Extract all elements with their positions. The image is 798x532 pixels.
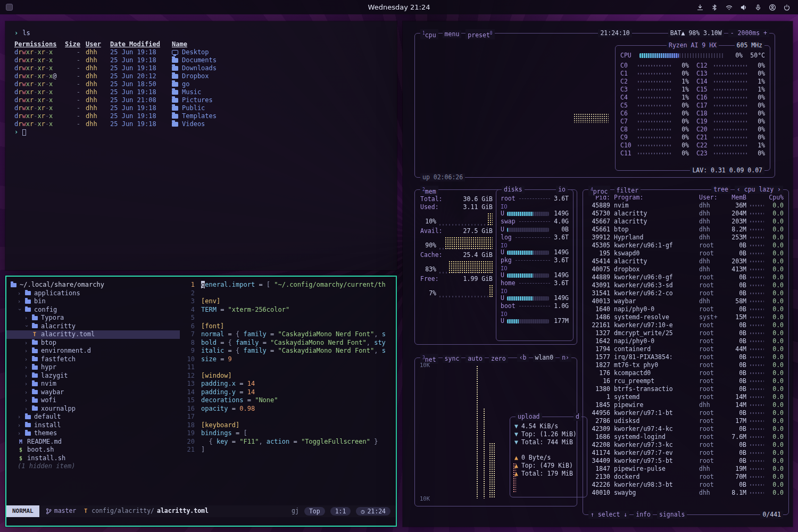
process-row[interactable]: 43091kworker/u96:3-sdroot0B0.0 bbox=[588, 281, 784, 289]
tree-item[interactable]: Talacritty.toml bbox=[6, 330, 180, 339]
preset-button[interactable]: preset0 bbox=[466, 29, 494, 39]
tree-item[interactable]: ›fastfetch bbox=[6, 355, 180, 364]
tree-item[interactable]: ›Typora bbox=[6, 314, 180, 322]
editor-line[interactable]: 18[keyboard] bbox=[180, 421, 396, 430]
tree-item[interactable]: ›wofi bbox=[6, 396, 180, 405]
editor-line[interactable]: 9italic = { family = "CaskaydiaMono Nerd… bbox=[180, 347, 396, 355]
tree-item[interactable]: ›waybar bbox=[6, 388, 180, 397]
tree-item[interactable]: ›config bbox=[6, 306, 180, 314]
tree-item[interactable]: ›btop bbox=[6, 339, 180, 347]
tree-item[interactable]: $install.sh bbox=[6, 454, 180, 463]
power-icon[interactable] bbox=[783, 4, 791, 11]
process-row[interactable]: 1794containerdroot44M0.0 bbox=[588, 345, 784, 353]
editor-line[interactable]: 7normal = { family = "CaskaydiaMono Nerd… bbox=[180, 330, 396, 339]
tree-item[interactable]: (1 hidden item) bbox=[6, 462, 180, 471]
tree-item[interactable]: ›xournalpp bbox=[6, 405, 180, 413]
process-row[interactable]: 40010swaybgdhh8.1M0.0 bbox=[588, 489, 784, 497]
interval-control[interactable]: - 2000ms + bbox=[728, 29, 769, 37]
editor-line[interactable]: 3[env] bbox=[180, 297, 396, 306]
process-row[interactable]: 44956kworker/u97:1-btroot0B0.0 bbox=[588, 409, 784, 417]
process-row[interactable]: 45730alacrittydhh204M0.0 bbox=[588, 210, 784, 218]
process-row[interactable]: 1486systemd-resolvesyst+15M0.0 bbox=[588, 313, 784, 321]
header-proc-user[interactable]: User: bbox=[699, 194, 721, 202]
process-row[interactable]: 1640napi/phy0-0root0B0.0 bbox=[588, 305, 784, 313]
io-toggle[interactable]: io bbox=[556, 186, 568, 194]
net-stats-toggle-key[interactable]: d bbox=[573, 413, 581, 421]
editor-line[interactable]: 19bindings = [ bbox=[180, 429, 396, 438]
neovim-window[interactable]: ~/.local/share/omarchy›applications›bin›… bbox=[5, 276, 397, 527]
process-row[interactable]: 45305kworker/u96:1-gfroot0B0.0 bbox=[588, 242, 784, 250]
menu-button[interactable]: menu bbox=[443, 30, 462, 38]
process-row[interactable]: 2130dockerdroot70M0.0 bbox=[588, 473, 784, 481]
process-row[interactable]: 41174kworker/u97:7-evroot0B0.0 bbox=[588, 449, 784, 457]
net-sync-toggle[interactable]: sync bbox=[443, 355, 462, 363]
editor-line[interactable]: 6[font] bbox=[180, 322, 396, 331]
net-auto-toggle[interactable]: auto bbox=[466, 355, 485, 363]
header-mem[interactable]: MemB bbox=[725, 194, 746, 202]
iface-prev-button[interactable]: ‹b bbox=[517, 354, 529, 362]
process-row[interactable]: 22161kworker/u97:10-eroot0B0.0 bbox=[588, 321, 784, 329]
process-row[interactable]: 1327dmcrypt_write/25root0B0.0 bbox=[588, 329, 784, 337]
btop-window[interactable]: 1cpu menu preset0 21:24:10 BAT▲ 98% 3.10… bbox=[403, 21, 793, 527]
editor-line[interactable]: 17 bbox=[180, 413, 396, 421]
file-path[interactable]: T config/alacritty/alacritty.toml bbox=[82, 507, 209, 516]
process-row[interactable]: 1577irq/81-PIXA3854:root0B0.0 bbox=[588, 353, 784, 361]
editor-line[interactable]: 8bold = { family = "CaskaydiaMono Nerd F… bbox=[180, 339, 396, 347]
process-row[interactable]: 40075dropboxdhh413M0.0 bbox=[588, 265, 784, 273]
process-row[interactable]: 40013waybardhh58M0.0 bbox=[588, 297, 784, 305]
prompt-line[interactable]: › bbox=[14, 128, 388, 136]
tree-item[interactable]: ›themes bbox=[6, 429, 180, 438]
tree-item[interactable]: ›alacritty bbox=[6, 322, 180, 331]
editor-line[interactable]: 21] bbox=[180, 446, 396, 454]
process-row[interactable]: 1642napi/phy0-0root0B0.0 bbox=[588, 337, 784, 345]
interval-minus[interactable]: - bbox=[730, 29, 734, 37]
process-row[interactable]: 1686systemd-logindroot7.6M0.0 bbox=[588, 433, 784, 441]
process-row[interactable]: 45661btopdhh8.2M0.0 bbox=[588, 226, 784, 234]
tree-item[interactable]: ~/.local/share/omarchy bbox=[6, 281, 180, 289]
process-row[interactable]: 2786udisksdroot17M0.0 bbox=[588, 417, 784, 425]
process-row[interactable]: 42226kworker/u98:3-btroot0B0.0 bbox=[588, 481, 784, 489]
signals-button[interactable]: signals bbox=[657, 511, 687, 519]
net-stats-title[interactable]: upload bbox=[516, 413, 542, 421]
process-row[interactable]: 16rcu_preemptroot0B0.0 bbox=[588, 377, 784, 385]
user-icon[interactable] bbox=[769, 4, 776, 11]
interval-plus[interactable]: + bbox=[763, 29, 767, 37]
screenshot-icon[interactable] bbox=[696, 4, 704, 11]
editor-line[interactable]: 2 bbox=[180, 289, 396, 298]
wifi-icon[interactable] bbox=[725, 4, 733, 11]
tree-item[interactable]: ›default bbox=[6, 413, 180, 421]
process-row[interactable]: 31541kworker/u96:2-coroot0B0.0 bbox=[588, 289, 784, 297]
process-row[interactable]: 1847pipewire-pulsedhh19M0.0 bbox=[588, 465, 784, 473]
info-button[interactable]: info bbox=[634, 511, 653, 519]
process-row[interactable]: 176kcompactd0root0B0.0 bbox=[588, 369, 784, 377]
editor-line[interactable]: 11 bbox=[180, 363, 396, 372]
editor-line[interactable]: 12[window] bbox=[180, 372, 396, 380]
select-control[interactable]: ↑ select ↓ bbox=[588, 511, 629, 519]
tree-item[interactable]: MREADME.md bbox=[6, 438, 180, 446]
volume-icon[interactable] bbox=[740, 4, 747, 11]
process-row[interactable]: 1380btrfs-transactioroot0B0.0 bbox=[588, 385, 784, 393]
terminal-window-ls[interactable]: › ls Permissions Size User Date Modified… bbox=[5, 21, 397, 270]
process-row[interactable]: 195kswapd0root0B0.0 bbox=[588, 250, 784, 257]
header-cpu[interactable]: Cpu% bbox=[768, 194, 784, 202]
tree-item[interactable]: ›applications bbox=[6, 289, 180, 298]
filter-button[interactable]: filter bbox=[614, 187, 641, 195]
tree-item[interactable]: ›nvim bbox=[6, 380, 180, 388]
net-zero-toggle[interactable]: zero bbox=[489, 355, 508, 363]
bluetooth-icon[interactable] bbox=[711, 4, 718, 11]
process-row[interactable]: 1827mt76-tx phy0root0B0.0 bbox=[588, 361, 784, 369]
tree-item[interactable]: ›bin bbox=[6, 297, 180, 306]
process-row[interactable]: 45414alacrittydhh203M0.0 bbox=[588, 257, 784, 265]
tree-item[interactable]: $boot.sh bbox=[6, 446, 180, 454]
editor-line[interactable]: 10size = 9 bbox=[180, 355, 396, 364]
editor-line[interactable]: 5 bbox=[180, 314, 396, 322]
editor-line[interactable]: 1general.import = [ "~/.config/omarchy/c… bbox=[180, 281, 396, 289]
process-row[interactable]: 42309kworker/u97:4-kcroot0B0.0 bbox=[588, 425, 784, 433]
process-row[interactable]: 39912Hyprlanddhh253M0.0 bbox=[588, 234, 784, 242]
process-row[interactable]: 34409kworker/u97:5-btroot0B0.0 bbox=[588, 457, 784, 465]
process-row[interactable]: 45889nvimdhh36M0.0 bbox=[588, 202, 784, 210]
process-row[interactable]: 44889kworker/u96:0-gfroot0B0.0 bbox=[588, 273, 784, 281]
editor-line[interactable]: 4TERM = "xterm-256color" bbox=[180, 306, 396, 314]
microphone-icon[interactable] bbox=[754, 4, 762, 11]
command-line-area[interactable] bbox=[6, 517, 396, 526]
